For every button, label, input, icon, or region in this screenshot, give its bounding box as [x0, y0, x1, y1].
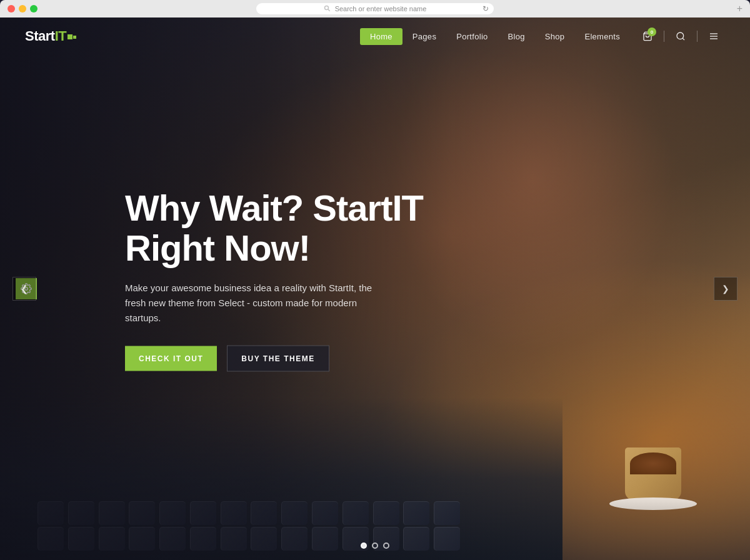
new-tab-button[interactable]: + — [737, 4, 742, 14]
carousel-dot-3[interactable] — [383, 542, 389, 549]
prev-arrow-icon: ❮ — [21, 284, 28, 294]
navbar: StartIT Home Pages Portfolio Blog Shop E… — [0, 18, 750, 55]
cart-button[interactable]: 0 — [636, 25, 659, 48]
nav-divider-2 — [697, 31, 698, 42]
close-button[interactable] — [8, 5, 15, 12]
logo-dot-large — [68, 34, 72, 39]
logo-it: IT — [55, 28, 67, 44]
cart-badge: 0 — [648, 28, 656, 36]
next-arrow-icon: ❯ — [722, 284, 729, 294]
carousel-next-button[interactable]: ❯ — [714, 277, 738, 301]
hero-title-line2: Right Now! — [125, 227, 310, 268]
nav-item-pages[interactable]: Pages — [402, 28, 446, 45]
svg-point-3 — [677, 32, 684, 39]
address-bar[interactable]: Search or enter website name ↻ — [256, 3, 494, 14]
search-icon — [676, 31, 686, 41]
menu-icon — [709, 31, 719, 41]
logo-dot-small — [73, 36, 76, 39]
nav-item-shop[interactable]: Shop — [535, 28, 575, 45]
nav-item-blog[interactable]: Blog — [498, 28, 535, 45]
hero-section: StartIT Home Pages Portfolio Blog Shop E… — [0, 18, 750, 560]
hero-title-line1: Why Wait? StartIT — [125, 188, 423, 228]
traffic-lights — [8, 5, 38, 12]
hamburger-button[interactable] — [702, 25, 725, 48]
carousel-dots — [361, 542, 389, 549]
svg-point-0 — [324, 6, 328, 10]
hero-content: Why Wait? StartIT Right Now! Make your a… — [125, 188, 423, 372]
minimize-button[interactable] — [19, 5, 26, 12]
carousel-dot-1[interactable] — [361, 542, 367, 549]
maximize-button[interactable] — [30, 5, 38, 12]
carousel-dot-2[interactable] — [372, 542, 378, 549]
website-content: StartIT Home Pages Portfolio Blog Shop E… — [0, 18, 750, 560]
logo-start: Start — [25, 28, 55, 44]
check-it-out-button[interactable]: CHECK IT OUT — [125, 346, 217, 371]
address-bar-text: Search or enter website name — [335, 5, 427, 12]
buy-theme-button[interactable]: BUY THE THEME — [227, 345, 329, 371]
svg-line-4 — [682, 38, 684, 40]
carousel-prev-button[interactable]: ❮ — [12, 277, 36, 301]
reload-icon[interactable]: ↻ — [482, 4, 489, 13]
nav-item-portfolio[interactable]: Portfolio — [446, 28, 498, 45]
logo[interactable]: StartIT — [25, 28, 76, 44]
nav-item-elements[interactable]: Elements — [574, 28, 630, 45]
nav-menu: Home Pages Portfolio Blog Shop Elements — [360, 28, 630, 45]
svg-line-1 — [328, 9, 330, 11]
nav-icons: 0 — [636, 25, 725, 48]
window-chrome: Search or enter website name ↻ + — [0, 0, 750, 18]
nav-divider — [664, 31, 664, 42]
search-button[interactable] — [669, 25, 692, 48]
nav-item-home[interactable]: Home — [360, 28, 402, 45]
hero-title: Why Wait? StartIT Right Now! — [125, 188, 423, 268]
hero-buttons: CHECK IT OUT BUY THE THEME — [125, 345, 423, 371]
hero-subtitle: Make your awesome business idea a realit… — [125, 280, 375, 325]
